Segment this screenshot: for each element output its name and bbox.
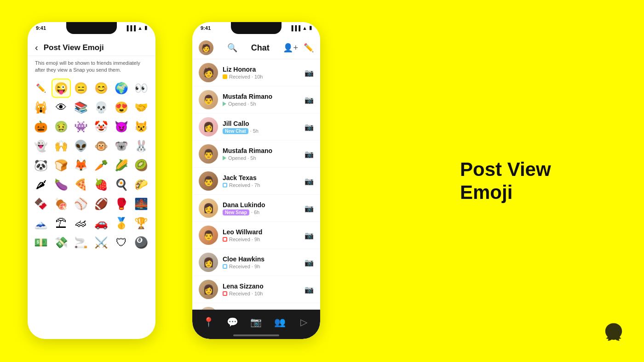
emoji-cell[interactable]: 🐨: [112, 136, 131, 156]
emoji-cell[interactable]: 💸: [52, 233, 71, 252]
avatar-dana: 👩: [199, 198, 218, 218]
avatar-leo: 👨: [199, 226, 218, 245]
emoji-cell[interactable]: 🍫: [31, 194, 51, 214]
back-button[interactable]: ‹: [35, 42, 38, 53]
chat-status: New Snap · 6h: [223, 209, 302, 215]
emoji-cell[interactable]: 🥝: [132, 156, 151, 175]
emoji-cell[interactable]: 🎱: [132, 233, 151, 252]
avatar-jill: 👩: [199, 117, 218, 136]
emoji-cell[interactable]: 🤡: [92, 117, 111, 136]
emoji-cell[interactable]: 🐵: [92, 136, 111, 156]
opened-triangle-icon: [223, 156, 226, 160]
chat-item-jill[interactable]: 👩 Jill Callo New Chat · 5h 📷: [192, 113, 320, 141]
emoji-cell[interactable]: 🏈: [92, 194, 111, 214]
emoji-cell[interactable]: 😑: [71, 79, 91, 98]
camera-icon[interactable]: 📷: [305, 177, 314, 186]
emoji-cell[interactable]: 💀: [92, 98, 111, 117]
emoji-cell[interactable]: 👽: [71, 136, 91, 156]
status-text: Received · 9h: [229, 237, 260, 242]
emoji-cell[interactable]: 🌍: [112, 79, 131, 98]
emoji-cell[interactable]: 🐼: [31, 156, 51, 175]
emoji-cell[interactable]: 🌉: [132, 194, 151, 214]
emoji-cell[interactable]: 🗻: [31, 214, 51, 233]
emoji-cell[interactable]: 👾: [71, 117, 91, 136]
emoji-cell[interactable]: 🏆: [132, 214, 151, 233]
chat-info-lena: Lena Sizzano Received · 10h: [223, 283, 302, 296]
emoji-cell[interactable]: 💵: [31, 233, 51, 252]
emoji-cell[interactable]: 🍞: [52, 156, 71, 175]
left-screen-title: Post View Emoji: [44, 43, 104, 52]
chat-status: New Chat · 5h: [223, 128, 302, 134]
chat-status: Opened · 5h: [223, 155, 302, 161]
emoji-cell[interactable]: 🌮: [132, 175, 151, 194]
emoji-cell[interactable]: ⚾: [71, 194, 91, 214]
header-avatar[interactable]: 🧑: [199, 40, 213, 55]
add-friend-button[interactable]: 👤+: [283, 43, 298, 53]
emoji-cell[interactable]: ⚔️: [92, 233, 111, 252]
chat-item-mustafa2[interactable]: 👨 Mustafa Rimano Opened · 5h 📷: [192, 141, 320, 168]
chat-item-liz[interactable]: 🧑 Liz Honora Received · 10h 📷: [192, 59, 320, 86]
nav-friends[interactable]: 👥: [272, 314, 288, 330]
emoji-cell[interactable]: 📚: [71, 98, 91, 117]
avatar-liz: 🧑: [199, 63, 218, 82]
emoji-cell[interactable]: 🚗: [92, 214, 111, 233]
emoji-cell[interactable]: 🙀: [31, 98, 51, 117]
chat-item-cloe[interactable]: 👩 Cloe Hawkins Received · 9h 📷: [192, 249, 320, 276]
emoji-cell[interactable]: 😾: [132, 117, 151, 136]
nav-camera[interactable]: 📷: [248, 314, 264, 330]
emoji-cell[interactable]: 👻: [31, 136, 51, 156]
camera-icon[interactable]: 📷: [305, 123, 314, 131]
nav-map[interactable]: 📍: [201, 314, 217, 330]
emoji-selected[interactable]: 😜: [52, 79, 71, 98]
camera-icon[interactable]: 📷: [305, 150, 314, 158]
emoji-cell[interactable]: 🚬: [71, 233, 91, 252]
emoji-cell[interactable]: 👀: [132, 79, 151, 98]
nav-chat[interactable]: 💬: [224, 314, 241, 330]
emoji-cell[interactable]: 👁: [52, 98, 71, 117]
camera-icon[interactable]: 📷: [305, 96, 314, 104]
emoji-cell[interactable]: 🍓: [92, 175, 111, 194]
emoji-cell[interactable]: 🦊: [71, 156, 91, 175]
emoji-cell[interactable]: 😊: [92, 79, 111, 98]
chat-icon: 💬: [227, 317, 238, 328]
camera-icon[interactable]: 📷: [305, 204, 314, 213]
chat-item-mustafa1[interactable]: 👨 Mustafa Rimano Opened · 5h 📷: [192, 86, 320, 113]
nav-stories[interactable]: ▷: [295, 314, 312, 330]
camera-icon[interactable]: 📷: [305, 258, 314, 267]
chat-item-dana[interactable]: 👩 Dana Lukindo New Snap · 6h 📷: [192, 195, 320, 222]
emoji-cell[interactable]: 🌶: [31, 175, 51, 194]
emoji-cell[interactable]: 🐰: [132, 136, 151, 156]
search-button[interactable]: 🔍: [227, 43, 237, 53]
emoji-cell[interactable]: 🍆: [52, 175, 71, 194]
emoji-cell[interactable]: 🥇: [112, 214, 131, 233]
status-text: Received · 10h: [229, 291, 263, 296]
emoji-pen[interactable]: ✏️: [31, 79, 51, 98]
emoji-cell[interactable]: 😈: [112, 117, 131, 136]
camera-icon[interactable]: 📷: [305, 285, 314, 294]
emoji-cell[interactable]: ⛱: [52, 214, 71, 233]
chat-item-lena[interactable]: 👩 Lena Sizzano Received · 10h 📷: [192, 276, 320, 303]
emoji-cell[interactable]: 🛡: [112, 233, 131, 252]
emoji-cell[interactable]: 🥊: [112, 194, 131, 214]
new-chat-badge: New Chat: [223, 128, 248, 134]
emoji-cell[interactable]: 🤢: [52, 117, 71, 136]
chat-item-jack[interactable]: 👨 Jack Texas Received · 7h 📷: [192, 168, 320, 195]
chat-item-leo[interactable]: 👨 Leo Willward Received · 9h 📷: [192, 222, 320, 249]
avatar-mustafa2: 👨: [199, 144, 218, 164]
emoji-cell[interactable]: 🏎: [71, 214, 91, 233]
emoji-cell[interactable]: 🍳: [112, 175, 131, 194]
emoji-cell[interactable]: 🤝: [132, 98, 151, 117]
chat-name: Liz Honora: [223, 66, 302, 73]
emoji-cell[interactable]: 🎃: [31, 117, 51, 136]
emoji-cell[interactable]: 🥕: [92, 156, 111, 175]
camera-icon[interactable]: 📷: [305, 231, 314, 240]
chat-info-jack: Jack Texas Received · 7h: [223, 174, 302, 188]
emoji-cell[interactable]: 🙌: [52, 136, 71, 156]
emoji-cell[interactable]: 😍: [112, 98, 131, 117]
emoji-cell[interactable]: 🍖: [52, 194, 71, 214]
camera-icon[interactable]: 📷: [305, 68, 314, 77]
compose-button[interactable]: ✏️: [304, 43, 314, 53]
emoji-cell[interactable]: 🌽: [112, 156, 131, 175]
emoji-grid: ✏️ 😜 😑 😊 🌍 👀 🙀 👁 📚 💀 😍 🤝 🎃 🤢 👾 🤡 😈 😾 👻 🙌: [28, 79, 155, 252]
emoji-cell[interactable]: 🍕: [71, 175, 91, 194]
